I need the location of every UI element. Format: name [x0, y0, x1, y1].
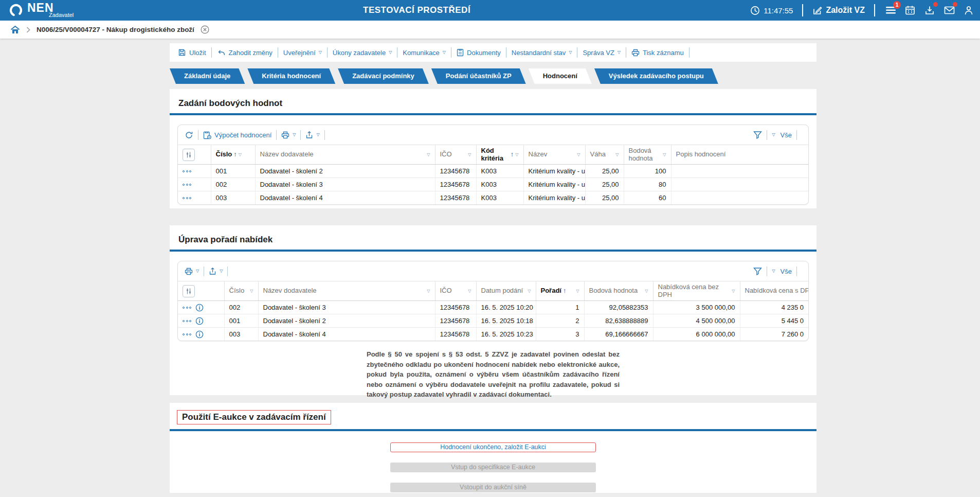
column-filter-icon[interactable]: ▽	[732, 289, 735, 293]
column-settings-header[interactable]	[178, 145, 211, 165]
refresh-button[interactable]	[185, 131, 193, 139]
create-vz-button[interactable]: Založit VZ	[812, 6, 865, 15]
finish-evaluation-create-eauction-button[interactable]: Hodnocení ukončeno, založit E-aukci	[390, 442, 596, 452]
caret-down-icon: ▽	[618, 50, 621, 55]
toolbar-divider	[767, 267, 767, 276]
header-ico[interactable]: IČO▽	[435, 281, 476, 301]
create-vz-label: Založit VZ	[826, 6, 865, 15]
header-nazev[interactable]: Název▽	[523, 145, 585, 165]
show-all-control[interactable]: ▽ Vše	[772, 268, 792, 275]
header-bodova-hodnota[interactable]: Bodová hodnota▽	[584, 281, 653, 301]
downloads-button[interactable]	[923, 4, 936, 16]
column-filter-icon[interactable]: ▽	[577, 152, 580, 157]
header-poradi[interactable]: Pořadí↑▽	[536, 281, 584, 301]
header-vaha[interactable]: Váha▽	[585, 145, 624, 165]
calendar-button[interactable]	[904, 4, 916, 16]
row-menu-icon[interactable]	[183, 307, 191, 309]
ordering-table-row[interactable]: 003 Dodavatel - školení 4 12345678 16. 5…	[178, 328, 808, 341]
header-cena-s-dph[interactable]: Nabídková cena s DPH	[740, 281, 808, 301]
info-icon[interactable]	[195, 304, 204, 312]
discard-label: Zahodit změny	[229, 49, 273, 57]
compute-evaluation-button[interactable]: Výpočet hodnocení	[203, 131, 271, 139]
scoring-table-row[interactable]: 002 Dodavatel - školení 3 12345678 K003 …	[178, 178, 808, 191]
section-scoring-title: Zadání bodových hodnot	[178, 98, 816, 109]
row-menu-icon[interactable]	[183, 170, 191, 172]
nonstandard-state-label: Nestandardní stav	[512, 49, 566, 57]
info-icon[interactable]	[195, 330, 204, 339]
scoring-table-row[interactable]: 001 Dodavatel - školení 2 12345678 K003 …	[178, 165, 808, 178]
breadcrumb-record-title[interactable]: N006/25/V00004727 - Nákup drogistického …	[37, 26, 194, 33]
column-filter-icon[interactable]: ▽	[468, 289, 471, 293]
menu-button[interactable]: 1	[884, 4, 897, 16]
contracting-actions-menu[interactable]: Úkony zadavatele ▽	[333, 49, 392, 57]
header-cena-bez-dph[interactable]: Nabídková cena bez DPH▽	[653, 281, 740, 301]
column-filter-icon[interactable]: ▽	[645, 289, 648, 293]
grid-print-button[interactable]: ▽	[281, 131, 296, 139]
scoring-table-row[interactable]: 003 Dodavatel - školení 4 12345678 K003 …	[178, 191, 808, 205]
toolbar-divider	[577, 47, 577, 58]
grid-export-button[interactable]: ▽	[209, 267, 223, 275]
tab[interactable]: Kritéria hodnocení	[247, 68, 335, 84]
scoring-grid-card: Výpočet hodnocení ▽ ▽ ▽ Vše	[177, 125, 809, 205]
ordering-table-row[interactable]: 002 Dodavatel - školení 3 12345678 16. 5…	[178, 301, 808, 314]
header-ico[interactable]: IČO▽	[435, 145, 476, 165]
column-filter-icon[interactable]: ▽	[250, 289, 253, 293]
nen-logo[interactable]: NEN Zadavatel	[8, 2, 74, 18]
caret-down-icon: ▽	[196, 269, 199, 273]
ordering-table-row[interactable]: 001 Dodavatel - školení 2 12345678 16. 5…	[178, 314, 808, 328]
header-bodova-hodnota[interactable]: Bodová hodnota▽	[624, 145, 671, 165]
column-settings-header[interactable]	[178, 281, 224, 301]
tab[interactable]: Základní údaje	[170, 68, 245, 84]
close-record-icon[interactable]	[201, 25, 209, 34]
row-menu-icon[interactable]	[183, 184, 191, 186]
info-icon[interactable]	[195, 317, 204, 325]
grid-export-button[interactable]: ▽	[305, 131, 319, 139]
ordering-grid-card: ▽ ▽ ▽ Vše	[177, 261, 809, 341]
row-menu-icon[interactable]	[183, 320, 191, 322]
tab[interactable]: Výsledek zadávacího postupu	[594, 68, 718, 84]
tab[interactable]: Podání účastníků ZP	[431, 68, 526, 84]
header-kod-kriteria[interactable]: Kód kritéria↑▽	[476, 145, 523, 165]
header-datum-podani[interactable]: Datum podání▽	[476, 281, 536, 301]
documents-button[interactable]: Dokumenty	[457, 48, 501, 57]
tab[interactable]: Zadávací podmínky	[338, 68, 429, 84]
toolbar-divider	[276, 130, 277, 140]
save-button[interactable]: Uložit	[178, 48, 206, 57]
chevron-right-icon	[26, 27, 30, 33]
column-filter-icon[interactable]: ▽	[427, 289, 430, 293]
user-button[interactable]	[963, 4, 975, 16]
header-cislo[interactable]: Číslo▽	[224, 281, 258, 301]
caret-down-icon: ▽	[319, 50, 322, 55]
ordering-table: Číslo▽ Název dodavatele▽ IČO▽ Datum podá…	[178, 281, 808, 341]
messages-button[interactable]	[943, 4, 955, 16]
column-filter-icon[interactable]: ▽	[427, 152, 430, 157]
header-dodavatel[interactable]: Název dodavatele▽	[258, 281, 435, 301]
grid-print-button[interactable]: ▽	[185, 268, 199, 275]
downloads-badge-dot	[933, 2, 938, 7]
column-filter-icon[interactable]: ▽	[515, 152, 518, 157]
nonstandard-state-menu[interactable]: Nestandardní stav ▽	[512, 49, 572, 57]
row-menu-icon[interactable]	[183, 333, 191, 335]
header-dodavatel[interactable]: Název dodavatele▽	[255, 145, 435, 165]
column-filter-icon[interactable]: ▽	[576, 289, 579, 293]
filter-button[interactable]	[753, 267, 762, 275]
show-all-control[interactable]: ▽ Vše	[772, 131, 792, 139]
column-filter-icon[interactable]: ▽	[468, 152, 471, 157]
print-record-button[interactable]: Tisk záznamu	[631, 49, 684, 57]
discard-changes-button[interactable]: Zahodit změny	[217, 49, 273, 57]
column-filter-icon[interactable]: ▽	[528, 289, 531, 293]
brand-role: Zadavatel	[49, 12, 74, 18]
row-menu-icon[interactable]	[183, 197, 191, 199]
communication-menu[interactable]: Komunikace ▽	[403, 49, 446, 57]
tab[interactable]: Hodnocení	[529, 68, 592, 84]
sort-asc-icon: ↑	[233, 151, 237, 158]
header-popis-hodnoceni[interactable]: Popis hodnocení	[671, 145, 808, 165]
column-filter-icon[interactable]: ▽	[663, 152, 666, 157]
vz-administration-menu[interactable]: Správa VZ ▽	[583, 49, 621, 57]
publishing-menu[interactable]: Uveřejnění ▽	[283, 49, 322, 57]
column-filter-icon[interactable]: ▽	[615, 152, 619, 157]
filter-button[interactable]	[753, 131, 762, 139]
home-icon[interactable]	[10, 25, 20, 34]
header-cislo[interactable]: Číslo↑▽	[211, 145, 255, 165]
column-filter-icon[interactable]: ▽	[239, 152, 242, 157]
